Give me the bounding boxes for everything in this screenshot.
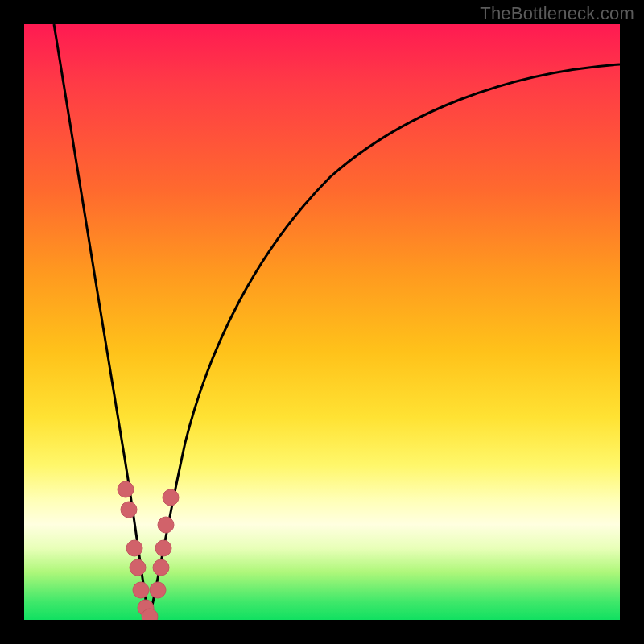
plot-area [24,24,620,620]
curve-right-branch [149,64,620,620]
svg-point-2 [126,540,142,556]
curve-left-branch [54,24,149,620]
svg-point-4 [133,582,149,598]
svg-point-0 [118,481,134,497]
svg-point-10 [158,517,174,533]
svg-point-8 [153,559,169,576]
marker-cluster [118,481,179,620]
outer-black-frame: TheBottleneck.com [0,0,644,644]
svg-point-11 [163,489,179,506]
watermark-text: TheBottleneck.com [480,3,634,24]
svg-point-9 [155,540,171,556]
svg-point-1 [121,502,137,518]
chart-svg [24,24,620,620]
svg-point-7 [150,582,166,598]
svg-point-3 [130,559,146,576]
